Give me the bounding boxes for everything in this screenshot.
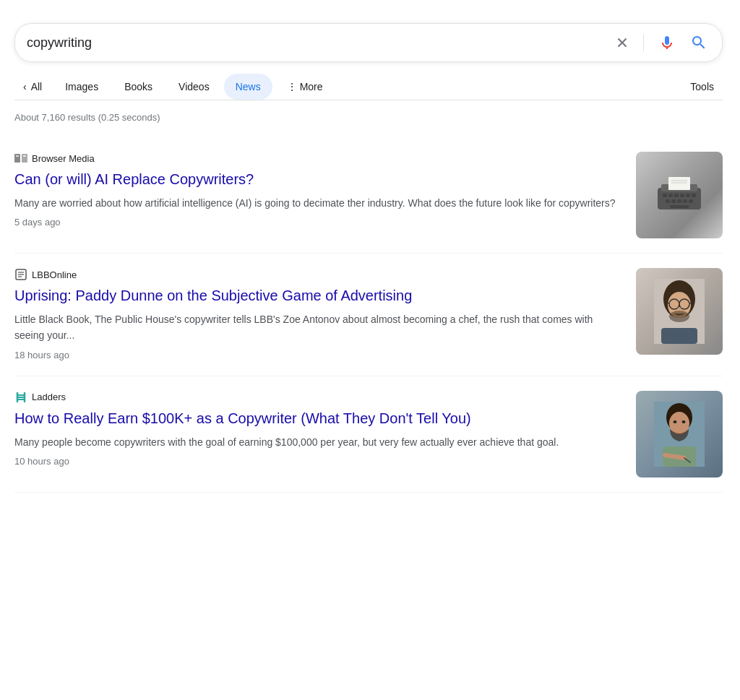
news-item-1: Browser Media Can (or will) AI Replace C… bbox=[14, 137, 723, 254]
svg-rect-19 bbox=[689, 199, 693, 203]
person-writing-image bbox=[636, 391, 723, 478]
news-source-1: Browser Media bbox=[14, 152, 621, 165]
news-title-1[interactable]: Can (or will) AI Replace Copywriters? bbox=[14, 169, 621, 189]
news-content-2: LBBOnline Uprising: Paddy Dunne on the S… bbox=[14, 268, 636, 361]
source-name-3: Ladders bbox=[32, 392, 66, 402]
search-bar bbox=[14, 23, 723, 62]
source-icon-2 bbox=[14, 268, 27, 281]
search-input[interactable] bbox=[27, 35, 613, 51]
svg-point-46 bbox=[682, 420, 686, 423]
svg-rect-11 bbox=[674, 194, 679, 197]
news-image-3 bbox=[636, 391, 723, 478]
svg-rect-10 bbox=[668, 194, 673, 197]
news-item-3: Ladders How to Really Earn $100K+ as a C… bbox=[14, 376, 723, 493]
news-description-1: Many are worried about how artificial in… bbox=[14, 195, 621, 211]
svg-rect-12 bbox=[680, 194, 684, 197]
tab-all[interactable]: ‹ All bbox=[14, 74, 51, 100]
svg-rect-14 bbox=[692, 194, 696, 197]
source-icon-1 bbox=[14, 152, 27, 165]
tab-all-label: All bbox=[31, 81, 43, 92]
svg-rect-17 bbox=[677, 199, 681, 203]
tabs-bar: ‹ All Images Books Videos News ⋮ More To… bbox=[14, 71, 723, 100]
news-source-2: LBBOnline bbox=[14, 268, 621, 281]
svg-rect-16 bbox=[671, 199, 676, 203]
news-content-3: Ladders How to Really Earn $100K+ as a C… bbox=[14, 391, 636, 467]
news-time-3: 10 hours ago bbox=[14, 456, 69, 467]
news-source-3: Ladders bbox=[14, 391, 621, 404]
svg-rect-13 bbox=[686, 194, 690, 197]
news-time-2: 18 hours ago bbox=[14, 350, 69, 360]
news-content-1: Browser Media Can (or will) AI Replace C… bbox=[14, 152, 636, 228]
svg-rect-15 bbox=[666, 199, 670, 203]
tab-news-label: News bbox=[236, 81, 261, 92]
svg-rect-9 bbox=[663, 194, 667, 197]
results-info: About 7,160 results (0.25 seconds) bbox=[14, 112, 723, 123]
tab-books[interactable]: Books bbox=[113, 74, 164, 100]
source-name-2: LBBOnline bbox=[32, 269, 77, 280]
news-item-2: LBBOnline Uprising: Paddy Dunne on the S… bbox=[14, 254, 723, 376]
source-name-1: Browser Media bbox=[32, 153, 95, 164]
svg-rect-36 bbox=[661, 328, 697, 344]
person-glasses-image bbox=[636, 268, 723, 355]
svg-line-31 bbox=[667, 303, 669, 303]
svg-line-32 bbox=[689, 303, 692, 303]
results-count: About 7,160 results (0.25 seconds) bbox=[14, 112, 160, 123]
svg-rect-18 bbox=[683, 199, 687, 203]
tab-news[interactable]: News bbox=[224, 74, 272, 100]
divider bbox=[643, 34, 644, 51]
tab-videos-label: Videos bbox=[178, 81, 210, 92]
source-icon-3 bbox=[14, 391, 27, 404]
tools-button[interactable]: Tools bbox=[681, 74, 723, 100]
news-title-2[interactable]: Uprising: Paddy Dunne on the Subjective … bbox=[14, 285, 621, 306]
svg-rect-0 bbox=[14, 154, 20, 163]
news-time-1: 5 days ago bbox=[14, 217, 61, 228]
svg-point-35 bbox=[669, 311, 689, 322]
news-image-2 bbox=[636, 268, 723, 355]
tab-images[interactable]: Images bbox=[53, 74, 110, 100]
clear-button[interactable] bbox=[613, 33, 632, 52]
tab-more-label: More bbox=[300, 81, 323, 92]
results-container: Browser Media Can (or will) AI Replace C… bbox=[14, 137, 723, 493]
news-description-3: Many people become copywriters with the … bbox=[14, 434, 621, 450]
google-search-button[interactable] bbox=[687, 31, 710, 54]
typewriter-image bbox=[636, 152, 723, 238]
svg-rect-1 bbox=[22, 154, 27, 163]
svg-line-48 bbox=[665, 455, 684, 458]
tab-images-label: Images bbox=[65, 81, 98, 92]
tools-label: Tools bbox=[690, 81, 714, 92]
svg-rect-2 bbox=[16, 155, 19, 157]
svg-point-34 bbox=[677, 307, 681, 310]
svg-rect-20 bbox=[670, 205, 689, 208]
svg-point-45 bbox=[674, 420, 677, 423]
news-title-3[interactable]: How to Really Earn $100K+ as a Copywrite… bbox=[14, 408, 621, 428]
tab-more[interactable]: ⋮ More bbox=[275, 74, 335, 100]
tab-videos[interactable]: Videos bbox=[167, 74, 221, 100]
tab-books-label: Books bbox=[124, 81, 152, 92]
more-dots-icon: ⋮ bbox=[287, 81, 297, 92]
news-description-2: Little Black Book, The Public House's co… bbox=[14, 311, 621, 344]
voice-search-button[interactable] bbox=[655, 31, 679, 54]
back-arrow-icon: ‹ bbox=[23, 81, 27, 92]
svg-rect-6 bbox=[668, 177, 690, 190]
svg-rect-3 bbox=[23, 155, 26, 157]
news-image-1 bbox=[636, 152, 723, 238]
